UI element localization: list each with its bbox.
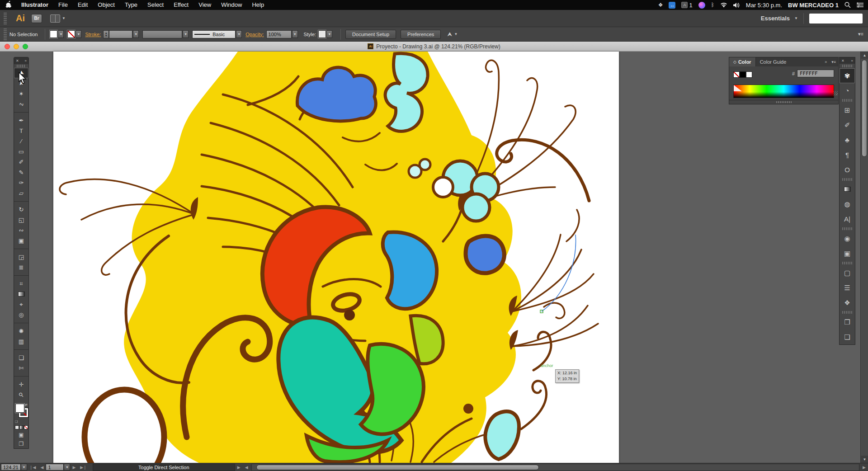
stroke-color-swatch[interactable] [67,30,75,38]
blend-tool[interactable]: ◎ [14,310,28,320]
hex-value-field[interactable]: FFFFFF [797,70,834,77]
artboard-number-field[interactable]: 1 [46,464,64,471]
workspace-caret-icon[interactable]: ▼ [794,16,798,20]
spotlight-search-icon[interactable] [844,1,851,9]
hscroll-right-arrow[interactable]: ▶ [860,465,868,470]
vertical-scroll-thumb[interactable] [862,60,867,157]
volume-icon[interactable] [733,1,740,9]
perspective-grid-tool[interactable]: ≣ [14,262,28,273]
document-title-bar[interactable]: Ai Proyecto - Drawing 3.ai @ 124.21% (RG… [0,42,868,52]
panel-collapse-icon[interactable]: ◇ [733,60,736,64]
wifi-icon[interactable] [720,1,727,9]
dock-panel-color[interactable]: ✾ [840,68,855,83]
opacity-field[interactable]: 100% [266,30,292,38]
scroll-down-arrow[interactable]: ▼ [861,456,868,463]
panel-expand-icon[interactable]: » [822,60,829,64]
dock-close-icon[interactable]: ✕ [841,59,844,63]
opacity-dropdown[interactable]: ▼ [292,30,298,38]
fill-color-swatch[interactable] [50,30,57,38]
swap-fill-stroke-icon[interactable]: ⇄ [24,403,28,407]
pencil-tool[interactable]: ✎ [14,167,28,178]
arrange-documents-icon[interactable] [50,14,60,23]
menu-object[interactable]: Object [93,0,120,10]
bluetooth-icon[interactable]: ᛒ [711,1,714,9]
zoom-window-button[interactable] [23,44,28,49]
scale-tool[interactable]: ◱ [14,215,28,225]
dock-panel-layers[interactable]: ❐ [840,315,855,330]
rectangle-tool[interactable]: ▭ [14,146,28,157]
dock-panel-symbols[interactable]: ♣ [840,132,855,147]
launch-bridge-button[interactable]: Br [31,14,42,23]
dropbox-icon[interactable]: ❖ [658,1,663,9]
vertical-scrollbar[interactable]: ▲ ▼ [860,52,868,463]
blob-brush-tool[interactable]: ✑ [14,178,28,188]
color-mode-button[interactable] [15,425,19,429]
dock-panel-pathfinder[interactable]: ❖ [840,295,855,310]
gradient-tool[interactable] [14,289,28,299]
pasteboard[interactable]: anchor X: 12.16 in Y: 10.78 in [0,52,860,463]
status-text[interactable]: Toggle Direct Selection [93,464,235,471]
panel-bottom-grip[interactable] [729,100,838,104]
style-dropdown[interactable]: ▼ [326,30,332,38]
dock-panel-brushes[interactable]: ✐ [840,118,855,132]
brush-definition-dropdown[interactable]: ▼ [236,30,242,38]
tools-panel-collapse-icon[interactable]: » [25,59,27,63]
mesh-tool[interactable]: ⌗ [14,278,28,289]
dock-group-grip[interactable] [842,311,852,314]
panel-resize-grip[interactable] [834,91,838,95]
dock-panel-gradient[interactable] [840,182,855,197]
dock-panel-align[interactable]: ☰ [840,280,855,295]
gradient-mode-button[interactable] [19,425,24,429]
column-graph-tool[interactable]: ▥ [14,336,28,347]
menu-effect[interactable]: Effect [169,0,193,10]
shape-builder-tool[interactable]: ◲ [14,252,28,262]
artboard-tool[interactable]: ❏ [14,353,28,363]
controlbar-grip[interactable] [4,28,7,40]
dock-group-grip[interactable] [842,99,852,102]
selection-preferences-icon[interactable]: ⮝ [447,31,452,38]
fill-proxy-swatch[interactable] [15,404,24,413]
opacity-label[interactable]: Opacity: [245,32,264,37]
menu-view[interactable]: View [193,0,216,10]
dock-panel-opentype[interactable]: O [840,162,855,177]
teamviewer-icon[interactable]: ↔ [669,2,675,9]
apple-menu[interactable] [0,1,16,9]
menu-edit[interactable]: Edit [73,0,93,10]
color-none-swatch[interactable] [733,71,740,78]
dock-panel-appearance[interactable]: ◉ [840,231,855,246]
menu-type[interactable]: Type [120,0,142,10]
pen-tool[interactable]: ✒ [14,115,28,126]
zoom-level-field[interactable]: 124.21 [1,464,21,471]
last-artboard-button[interactable]: ▶❘ [78,465,89,470]
menu-file[interactable]: File [53,0,73,10]
search-input[interactable] [809,14,863,24]
variable-width-profile-dropdown[interactable]: ▼ [183,30,189,38]
paintbrush-tool[interactable]: ✐ [14,157,28,167]
stroke-weight-dropdown[interactable]: ▼ [133,30,139,38]
status-expand-arrow[interactable]: ▶ [235,465,243,470]
arrange-documents-caret-icon[interactable]: ▼ [62,16,66,20]
menu-clock[interactable]: Mar 5:30 p.m. [746,2,782,9]
free-transform-tool[interactable]: ▣ [14,236,28,246]
panel-menu-icon[interactable]: ▾≡ [829,60,838,64]
workspace-switcher[interactable]: Essentials [761,15,790,22]
color-black-swatch[interactable] [740,71,746,78]
dock-panel-swatches[interactable]: ⊞ [840,103,855,118]
type-tool[interactable]: T [14,126,28,136]
hand-tool[interactable]: ✛ [14,379,28,390]
dock-panel-transparency[interactable]: ◍ [840,197,855,212]
next-artboard-button[interactable]: ▶ [70,465,78,470]
hscroll-left-arrow[interactable]: ◀ [243,465,250,470]
document-setup-button[interactable]: Document Setup [345,30,396,39]
menu-user-account[interactable]: BW MERCADEO 1 [788,2,839,9]
dock-panel-graphic-styles[interactable]: ▣ [840,246,855,261]
dock-group-grip[interactable] [842,262,852,264]
dock-panel-artboards[interactable]: ❏ [840,330,855,344]
dock-group-grip[interactable] [842,227,852,230]
control-panel-menu-icon[interactable]: ▾≡ [858,31,863,37]
dock-panel-color-guide[interactable]: ◔ [840,83,855,98]
dock-grip[interactable] [842,65,852,67]
color-spectrum-bar[interactable] [733,85,834,98]
stroke-weight-field[interactable] [109,30,132,38]
brush-definition-field[interactable]: Basic [192,30,236,38]
